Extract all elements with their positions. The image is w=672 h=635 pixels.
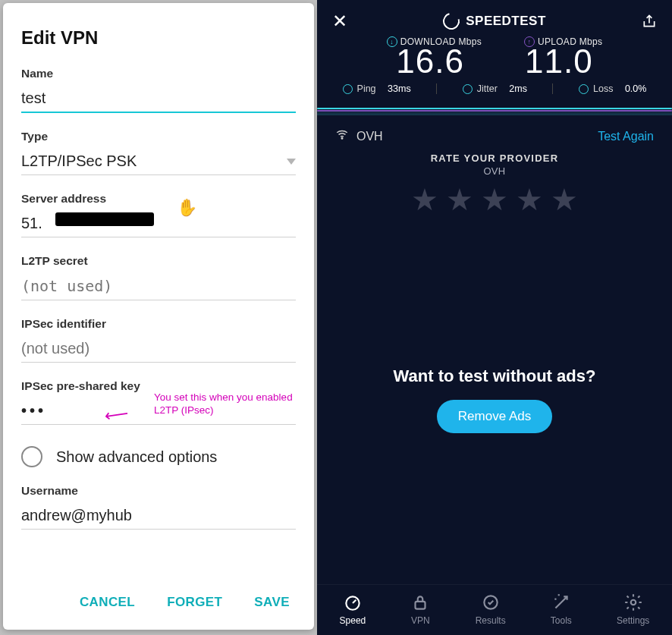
svg-point-0	[341, 138, 343, 140]
star-5[interactable]: ★	[551, 184, 578, 215]
remove-ads-button[interactable]: Remove Ads	[437, 400, 552, 433]
svg-rect-2	[416, 602, 425, 609]
vpn-dialog-backdrop: Edit VPN Name Type L2TP/IPSec PSK Server…	[0, 0, 317, 635]
rate-provider: OVH	[317, 165, 672, 177]
tab-label: Speed	[340, 615, 366, 626]
dropdown-triangle-icon	[287, 159, 296, 165]
speedtest-screen: ✕ SPEEDTEST ↓ DOWNLOAD Mbps ↑ UPLOAD Mbp…	[317, 0, 672, 635]
name-input[interactable]	[21, 83, 296, 113]
tab-tools[interactable]: Tools	[551, 593, 572, 626]
svg-point-1	[346, 596, 359, 609]
username-label: Username	[21, 484, 296, 498]
l2tp-secret-label: L2TP secret	[21, 254, 296, 268]
bottom-tabbar: Speed VPN Results Tools Settings	[317, 584, 672, 635]
cancel-button[interactable]: CANCEL	[77, 590, 138, 615]
hand-cursor-icon: ✋	[177, 198, 197, 218]
rating-stars: ★ ★ ★ ★ ★	[317, 184, 672, 215]
download-value: 16.6	[396, 42, 464, 80]
rate-heading: RATE YOUR PROVIDER	[317, 152, 672, 164]
jitter-icon	[463, 84, 473, 94]
type-select[interactable]: L2TP/IPSec PSK	[21, 146, 296, 175]
username-input[interactable]	[21, 501, 296, 530]
l2tp-secret-input[interactable]	[21, 271, 296, 300]
dialog-title: Edit VPN	[21, 27, 296, 49]
name-label: Name	[21, 67, 296, 80]
redaction-scribble	[55, 212, 154, 226]
save-button[interactable]: SAVE	[251, 590, 293, 615]
lock-icon	[410, 593, 430, 612]
close-icon[interactable]: ✕	[332, 11, 347, 32]
share-icon[interactable]	[642, 14, 657, 29]
tab-settings[interactable]: Settings	[617, 593, 649, 626]
noads-heading: Want to test without ads?	[317, 366, 672, 386]
tab-vpn[interactable]: VPN	[410, 593, 430, 626]
speedometer-icon	[343, 593, 363, 612]
show-advanced-checkbox[interactable]	[21, 446, 42, 467]
tab-label: Tools	[551, 615, 572, 626]
ping-icon	[343, 84, 353, 94]
tab-label: Results	[476, 615, 506, 626]
speedtest-title-text: SPEEDTEST	[466, 14, 546, 29]
loss-stat: Loss 0.0%	[579, 83, 646, 94]
speedtest-topbar: ✕ SPEEDTEST	[317, 0, 672, 32]
ping-stat: Ping 33ms	[343, 83, 411, 94]
test-again-link[interactable]: Test Again	[598, 130, 654, 143]
star-3[interactable]: ★	[481, 184, 508, 215]
loss-icon	[579, 84, 589, 94]
big-values: 16.6 11.0	[317, 42, 672, 80]
speed-graph	[317, 99, 672, 115]
type-label: Type	[21, 130, 296, 143]
star-2[interactable]: ★	[446, 184, 473, 215]
wand-icon	[551, 593, 571, 612]
results-icon	[481, 593, 501, 612]
wifi-icon	[335, 127, 349, 145]
screenshot-root: Edit VPN Name Type L2TP/IPSec PSK Server…	[0, 0, 672, 635]
provider-name: OVH	[335, 127, 383, 145]
tab-speed[interactable]: Speed	[340, 593, 366, 626]
forget-button[interactable]: FORGET	[164, 590, 225, 615]
show-advanced-row[interactable]: Show advanced options	[21, 446, 296, 467]
psk-annotation: You set this when you enabled L2TP (IPse…	[154, 391, 296, 417]
svg-point-4	[630, 600, 636, 605]
tab-label: Settings	[617, 615, 649, 626]
tab-results[interactable]: Results	[476, 593, 506, 626]
dialog-button-row: CANCEL FORGET SAVE	[21, 586, 296, 621]
ipsec-id-input[interactable]	[21, 334, 296, 363]
upload-value: 11.0	[525, 42, 593, 80]
annotation-arrow-icon: ⟵	[103, 404, 130, 426]
tab-label: VPN	[411, 615, 430, 626]
vpn-dialog: Edit VPN Name Type L2TP/IPSec PSK Server…	[3, 3, 314, 630]
provider-row: OVH Test Again	[317, 115, 672, 145]
jitter-stat: Jitter 2ms	[463, 83, 527, 94]
gear-icon	[623, 593, 643, 612]
type-value: L2TP/IPSec PSK	[21, 152, 137, 170]
ipsec-id-label: IPSec identifier	[21, 317, 296, 331]
server-label: Server address	[21, 192, 296, 206]
star-1[interactable]: ★	[411, 184, 438, 215]
star-4[interactable]: ★	[516, 184, 543, 215]
speedtest-title: SPEEDTEST	[443, 13, 546, 30]
gauge-icon	[440, 10, 463, 33]
stat-bar: Ping 33ms Jitter 2ms Loss 0.0%	[317, 83, 672, 94]
show-advanced-label: Show advanced options	[56, 448, 217, 466]
